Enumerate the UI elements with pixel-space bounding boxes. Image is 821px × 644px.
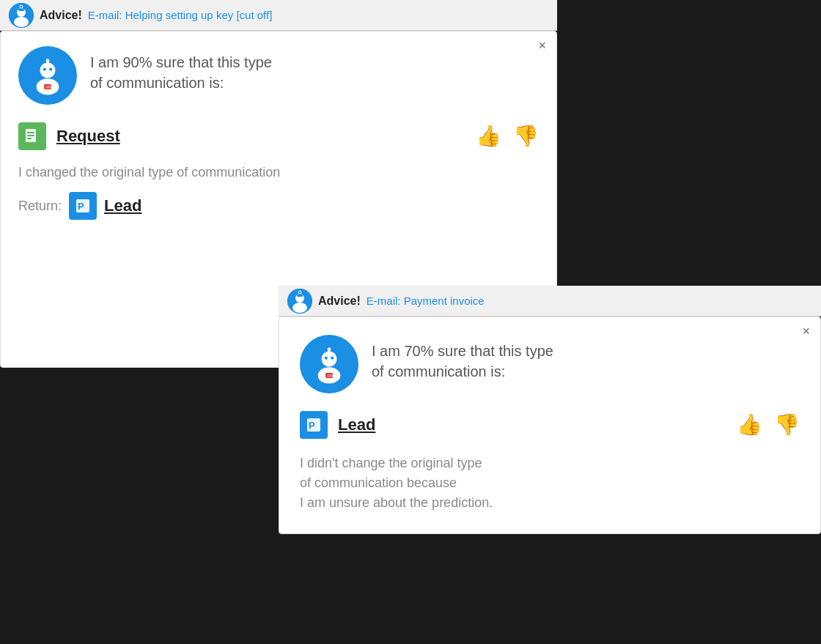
comm-type-row-1: Request 👍 👎 (18, 122, 539, 150)
return-type-label: Lead (104, 196, 141, 215)
feedback-icons-2: 👍 👎 (737, 415, 800, 435)
svg-point-8 (43, 68, 46, 71)
bot-avatar-small-1 (9, 3, 34, 28)
lead-icon-return: P (69, 192, 97, 220)
svg-text:P: P (309, 420, 315, 431)
email-link-2[interactable]: E-mail: Payment invoice (367, 295, 485, 307)
svg-text:RPA: RPA (45, 86, 53, 89)
svg-point-5 (20, 5, 23, 8)
feedback-icons-1: 👍 👎 (476, 126, 539, 147)
topbar-1: Advice! E-mail: Helping setting up key [… (0, 0, 557, 31)
comm-type-row-2: P Lead 👍 👎 (300, 411, 800, 439)
card-2: × RPA I am 70% sure that this type of co… (279, 317, 821, 534)
change-note-1: I changed the original type of communica… (18, 165, 539, 180)
svg-point-32 (328, 347, 331, 351)
svg-point-11 (46, 59, 50, 62)
advice-label-2: Advice! (318, 295, 361, 308)
return-label: Return: (18, 199, 62, 214)
bot-avatar-large-1: RPA (18, 46, 77, 105)
thumbdown-button-2[interactable]: 👎 (774, 415, 800, 435)
comm-type-label-1: Request (56, 127, 120, 146)
svg-point-29 (325, 357, 328, 360)
advice-label-1: Advice! (40, 9, 82, 22)
no-change-note: I didn't change the original type of com… (300, 454, 800, 513)
request-icon (18, 122, 46, 150)
svg-rect-17 (27, 135, 34, 136)
svg-point-26 (298, 291, 301, 294)
svg-point-9 (49, 68, 52, 71)
lead-icon-2: P (300, 411, 328, 439)
topbar-2: Advice! E-mail: Payment invoice (279, 286, 821, 317)
comm-type-label-2: Lead (338, 415, 375, 434)
svg-point-30 (331, 357, 334, 360)
thumbdown-button-1[interactable]: 👎 (513, 126, 539, 147)
svg-text:P: P (78, 201, 84, 212)
svg-point-2 (14, 17, 29, 27)
close-button-2[interactable]: × (802, 325, 810, 338)
card-2-message: I am 70% sure that this type of communic… (372, 335, 553, 382)
bot-avatar-large-2: RPA (300, 335, 358, 393)
card-1-message: I am 90% sure that this type of communic… (90, 46, 272, 93)
svg-point-23 (292, 303, 307, 313)
close-button-1[interactable]: × (538, 39, 546, 52)
card-1-header: RPA I am 90% sure that this type of comm… (18, 46, 539, 105)
email-link-1[interactable]: E-mail: Helping setting up key [cut off] (88, 9, 273, 21)
svg-text:RPA: RPA (327, 374, 334, 378)
svg-rect-16 (27, 132, 34, 133)
bot-avatar-small-2 (287, 289, 312, 314)
thumbup-button-1[interactable]: 👍 (476, 126, 501, 147)
card-2-header: RPA I am 70% sure that this type of comm… (300, 335, 800, 393)
thumbup-button-2[interactable]: 👍 (737, 415, 762, 435)
return-row-1: Return: P Lead (18, 192, 539, 220)
svg-rect-18 (27, 138, 32, 139)
